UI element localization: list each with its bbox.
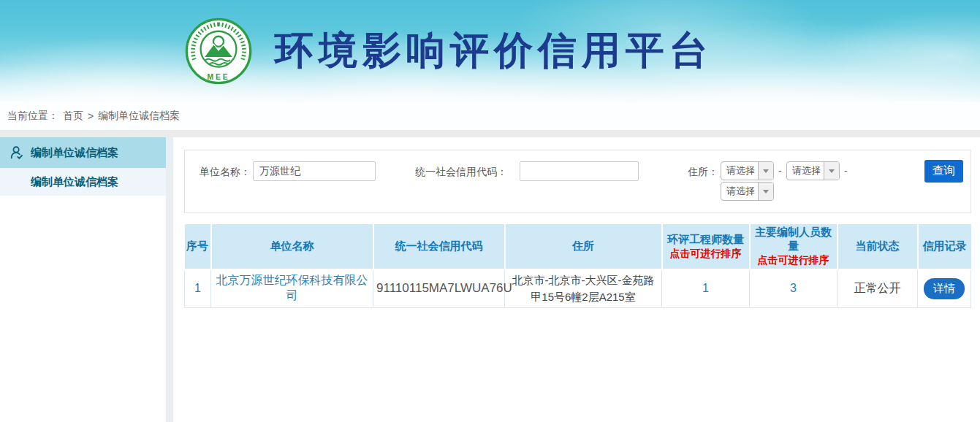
main-area: 单位名称： 统一社会信用代码： 住所： 请选择 - 请选择 - 请选择 (173, 137, 980, 422)
col-status: 当前状态 (837, 224, 918, 269)
row-seq: 1 (194, 282, 201, 294)
city-select-arrow-button[interactable] (824, 162, 839, 180)
col-address: 住所 (505, 224, 662, 269)
province-select[interactable]: 请选择 (721, 161, 774, 180)
header-divider (0, 130, 980, 137)
sidebar-item-label: 编制单位诚信档案 (31, 146, 118, 160)
chevron-down-icon (763, 169, 769, 173)
mee-logo-icon: MEE (184, 17, 253, 85)
credit-code-label: 统一社会信用代码： (415, 161, 507, 182)
breadcrumb-current: 编制单位诚信档案 (98, 110, 180, 123)
engineers-sort-hint: 点击可进行排序 (664, 248, 748, 261)
site-header: MEE 环境影响评价信用平台 (0, 0, 980, 102)
sidebar-subitem-label: 编制单位诚信档案 (31, 175, 118, 189)
row-status: 正常公开 (854, 282, 901, 294)
result-table: 序号 单位名称 统一社会信用代码 住所 环评工程师数量 点击可进行排序 主要编制… (184, 224, 971, 308)
table-row: 1 北京万源世纪环保科技有限公司 91110115MA7LWUA76U 北京市-… (185, 269, 971, 307)
table-header-row: 序号 单位名称 统一社会信用代码 住所 环评工程师数量 点击可进行排序 主要编制… (185, 224, 971, 269)
col-engineers-label: 环评工程师数量 (664, 233, 748, 247)
user-check-icon (9, 145, 25, 161)
breadcrumb-label: 当前位置： (7, 110, 58, 123)
sidebar-subitem-unit-credit-archive[interactable]: 编制单位诚信档案 (0, 168, 166, 196)
breadcrumb-home-link[interactable]: 首页 (63, 110, 83, 123)
company-name-input[interactable] (253, 161, 376, 181)
city-select-value: 请选择 (787, 162, 824, 180)
chevron-down-icon (763, 190, 769, 193)
svg-text:MEE: MEE (208, 73, 230, 81)
district-select-arrow-button[interactable] (758, 183, 773, 200)
col-staff-label: 主要编制人员数量 (752, 226, 835, 253)
company-name-link[interactable]: 北京万源世纪环保科技有限公司 (216, 274, 368, 302)
credit-code-input[interactable] (520, 161, 639, 181)
company-name-label: 单位名称： (200, 161, 251, 182)
search-panel: 单位名称： 统一社会信用代码： 住所： 请选择 - 请选择 - 请选择 (184, 150, 971, 213)
page-title: 环境影响评价信用平台 (275, 25, 713, 77)
breadcrumb: 当前位置： 首页 > 编制单位诚信档案 (0, 102, 980, 130)
sidebar-item-unit-credit-archive[interactable]: 编制单位诚信档案 (0, 137, 166, 168)
query-button[interactable]: 查询 (924, 160, 963, 183)
address-dash-1: - (778, 161, 782, 180)
province-select-value: 请选择 (721, 162, 758, 180)
row-address: 北京市-北京市-大兴区-金苑路甲15号6幢2层A215室 (512, 274, 655, 303)
staff-sort-hint: 点击可进行排序 (752, 254, 835, 267)
city-select[interactable]: 请选择 (786, 161, 840, 180)
col-name: 单位名称 (211, 224, 373, 269)
district-select[interactable]: 请选择 (721, 182, 774, 201)
address-dash-2: - (844, 161, 848, 180)
province-select-arrow-button[interactable] (758, 162, 773, 180)
col-engineers-sort[interactable]: 环评工程师数量 点击可进行排序 (662, 224, 750, 269)
breadcrumb-separator: > (88, 110, 94, 122)
chevron-down-icon (829, 169, 835, 173)
row-credit-code: 91110115MA7LWUA76U (376, 281, 512, 295)
detail-button[interactable]: 详情 (924, 278, 965, 299)
col-staff-sort[interactable]: 主要编制人员数量 点击可进行排序 (750, 224, 837, 269)
district-select-value: 请选择 (721, 183, 758, 200)
staff-count-link[interactable]: 3 (790, 282, 797, 294)
sidebar: 编制单位诚信档案 编制单位诚信档案 (0, 137, 166, 422)
col-seq: 序号 (185, 224, 211, 269)
col-record: 信用记录 (918, 224, 971, 269)
col-code: 统一社会信用代码 (373, 224, 505, 269)
address-label: 住所： (688, 161, 718, 182)
sidebar-main-divider (166, 137, 173, 422)
engineers-count-link[interactable]: 1 (702, 282, 709, 294)
